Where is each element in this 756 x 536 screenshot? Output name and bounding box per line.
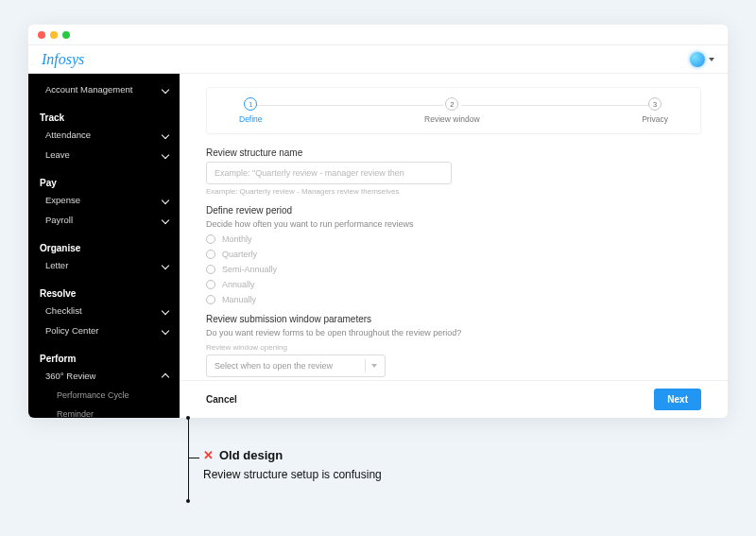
radio-icon — [206, 280, 215, 289]
chevron-down-icon — [162, 306, 169, 314]
window-opening-select[interactable]: Select when to open the review — [206, 354, 386, 377]
radio-icon — [206, 250, 215, 259]
sidebar-item-label: Account Management — [45, 84, 132, 95]
app-body: Account Management Track Attendance Leav… — [28, 74, 728, 418]
option-label: Monthly — [222, 234, 252, 244]
sidebar-group-track: Track — [28, 107, 180, 125]
period-option-manually[interactable]: Manually — [206, 295, 701, 304]
chevron-up-icon — [162, 373, 169, 381]
sidebar-item-checklist[interactable]: Checklist — [28, 301, 180, 320]
brand-logo: Infosys — [42, 51, 84, 68]
sidebar-group-organise: Organise — [28, 237, 180, 255]
select-separator — [365, 359, 366, 372]
option-label: Semi-Annually — [222, 265, 277, 274]
sidebar-item-label: Payroll — [45, 215, 73, 225]
review-period-help: Decide how often you want to run perform… — [206, 219, 701, 229]
annotation-line — [188, 418, 189, 458]
step-privacy[interactable]: 3 Privacy — [642, 97, 668, 124]
select-placeholder: Select when to open the review — [215, 361, 333, 371]
sidebar-item-payroll[interactable]: Payroll — [28, 210, 180, 230]
step-connector — [244, 105, 443, 106]
next-button[interactable]: Next — [654, 389, 701, 410]
annotation: ✕ Old design Review structure setup is c… — [203, 448, 382, 481]
option-label: Quarterly — [222, 250, 257, 259]
sidebar-item-label: 360° Review — [45, 371, 95, 381]
step-label: Define — [239, 114, 263, 124]
annotation-subtitle: Review structure setup is confusing — [203, 468, 382, 481]
period-option-quarterly[interactable]: Quarterly — [206, 250, 701, 259]
sidebar-item-expense[interactable]: Expense — [28, 190, 180, 210]
chevron-down-icon — [162, 261, 169, 268]
sidebar-group-pay: Pay — [28, 172, 180, 190]
window-opening-label: Review window opening — [206, 343, 701, 352]
submission-window-help: Do you want review forms to be open thro… — [206, 328, 701, 337]
annotation-end-dot — [186, 499, 190, 503]
sidebar-item-label: Policy Center — [45, 325, 99, 336]
annotation-line — [188, 458, 189, 501]
chevron-down-icon — [162, 130, 169, 138]
annotation-title: ✕ Old design — [203, 448, 382, 462]
minimize-window-icon[interactable] — [50, 31, 58, 39]
maximize-window-icon[interactable] — [62, 31, 70, 39]
step-label: Review window — [424, 114, 480, 124]
sidebar-group-perform: Perform — [28, 348, 180, 366]
review-name-input[interactable] — [206, 162, 452, 184]
sidebar-group-resolve: Resolve — [28, 283, 180, 301]
step-label: Privacy — [642, 114, 668, 124]
period-option-semi-annually[interactable]: Semi-Annually — [206, 265, 701, 274]
sidebar-item-attendance[interactable]: Attendance — [28, 125, 180, 145]
app-window: Infosys Account Management Track Attenda… — [28, 25, 728, 418]
chevron-down-icon — [162, 196, 169, 203]
brand-bar: Infosys — [28, 45, 728, 74]
review-name-hint: Example: Quarterly review - Managers rev… — [206, 187, 701, 196]
submission-window-label: Review submission window parameters — [206, 314, 701, 324]
close-window-icon[interactable] — [38, 31, 45, 39]
radio-icon — [206, 295, 215, 304]
sidebar-item-letter[interactable]: Letter — [28, 255, 180, 275]
sidebar-subitem-performance-cycle[interactable]: Performance Cycle — [28, 386, 180, 405]
chevron-down-icon — [162, 150, 169, 158]
sidebar-item-label: Leave — [45, 149, 70, 160]
stepper: 1 Define 2 Review window 3 Privacy — [206, 87, 701, 134]
window-titlebar — [28, 25, 728, 45]
avatar — [690, 52, 705, 67]
sidebar-item-360-review[interactable]: 360° Review — [28, 366, 180, 386]
sidebar-item-label: Expense — [45, 195, 80, 205]
sidebar-item-label: Letter — [45, 260, 68, 270]
radio-icon — [206, 265, 215, 274]
review-period-label: Define review period — [206, 205, 701, 216]
step-number: 1 — [244, 97, 257, 111]
sidebar-subitem-reminder[interactable]: Reminder — [28, 405, 180, 418]
step-review-window[interactable]: 2 Review window — [424, 97, 480, 124]
chevron-down-icon — [371, 364, 377, 368]
cancel-button[interactable]: Cancel — [206, 394, 237, 405]
step-number: 3 — [648, 97, 662, 111]
sidebar-item-account-management[interactable]: Account Management — [28, 79, 180, 99]
period-option-monthly[interactable]: Monthly — [206, 234, 701, 244]
sidebar: Account Management Track Attendance Leav… — [28, 74, 180, 418]
chevron-down-icon — [162, 216, 169, 223]
sidebar-item-leave[interactable]: Leave — [28, 145, 180, 164]
option-label: Manually — [222, 295, 256, 304]
review-period-options: Monthly Quarterly Semi-Annually Annually… — [206, 234, 701, 304]
x-icon: ✕ — [203, 448, 214, 462]
review-name-label: Review structure name — [206, 147, 701, 158]
main-content: 1 Define 2 Review window 3 Privacy Revie… — [180, 74, 728, 418]
annotation-line — [188, 458, 199, 458]
chevron-down-icon — [162, 85, 169, 93]
sidebar-item-policy-center[interactable]: Policy Center — [28, 320, 180, 340]
form-footer: Cancel Next — [180, 380, 728, 418]
step-define[interactable]: 1 Define — [239, 97, 263, 124]
user-menu[interactable] — [690, 52, 714, 67]
chevron-down-icon — [162, 326, 169, 334]
step-number: 2 — [445, 97, 458, 111]
radio-icon — [206, 234, 215, 244]
period-option-annually[interactable]: Annually — [206, 280, 701, 289]
chevron-down-icon — [709, 58, 714, 61]
step-connector — [461, 105, 661, 106]
annotation-title-text: Old design — [219, 448, 283, 462]
sidebar-item-label: Attendance — [45, 130, 91, 140]
option-label: Annually — [222, 280, 255, 289]
sidebar-item-label: Checklist — [45, 305, 82, 316]
